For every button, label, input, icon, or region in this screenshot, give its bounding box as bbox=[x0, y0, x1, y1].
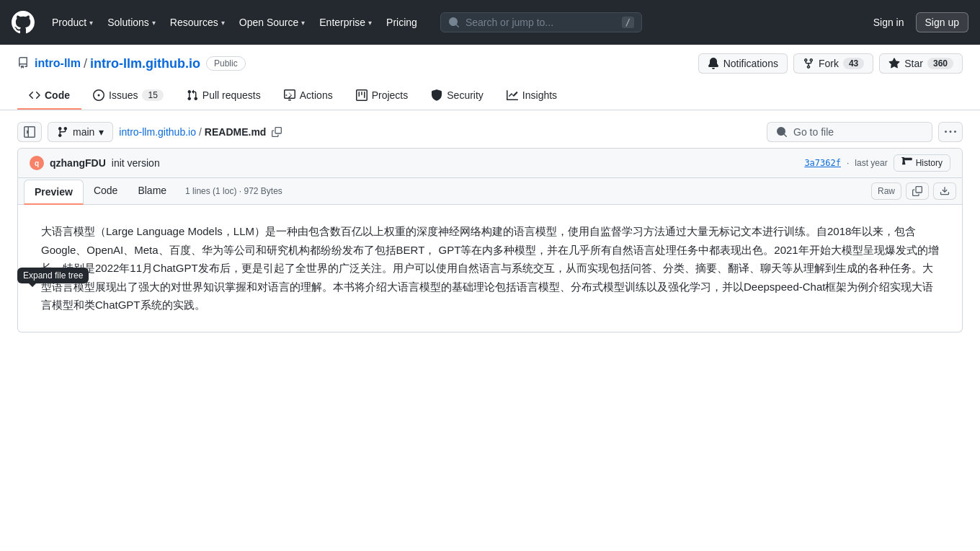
nav-solutions[interactable]: Solutions ▾ bbox=[102, 12, 161, 32]
repo-actions: Notifications Fork 43 Star 360 bbox=[698, 53, 963, 74]
copy-icon bbox=[272, 127, 282, 137]
more-options-button[interactable] bbox=[938, 122, 963, 142]
signup-button[interactable]: Sign up bbox=[916, 12, 968, 32]
fork-button[interactable]: Fork 43 bbox=[793, 53, 873, 74]
tab-code[interactable]: Code bbox=[17, 82, 81, 110]
commit-hash-link[interactable]: 3a7362f bbox=[804, 158, 841, 168]
star-button[interactable]: Star 360 bbox=[879, 53, 963, 74]
search-goto-icon bbox=[776, 126, 788, 138]
tab-security-label: Security bbox=[447, 89, 484, 101]
file-breadcrumb: intro-llm.github.io / README.md bbox=[119, 125, 285, 138]
branch-name: main bbox=[73, 126, 94, 138]
repo-icon bbox=[17, 57, 29, 71]
history-label: History bbox=[916, 158, 943, 168]
file-content-wrapper: Preview Code Blame 1 lines (1 loc) · 972… bbox=[17, 178, 963, 332]
tab-actions[interactable]: Actions bbox=[272, 82, 344, 110]
repo-sep: / bbox=[84, 56, 87, 71]
tab-actions-label: Actions bbox=[300, 89, 333, 101]
nav-items: Product ▾ Solutions ▾ Resources ▾ Open S… bbox=[46, 12, 423, 32]
file-tabs-bar: Preview Code Blame 1 lines (1 loc) · 972… bbox=[18, 178, 962, 205]
goto-file-search bbox=[767, 122, 932, 142]
breadcrumb-sep: / bbox=[199, 126, 202, 138]
enterprise-chevron-icon: ▾ bbox=[368, 19, 372, 27]
download-icon bbox=[940, 186, 950, 196]
issue-icon bbox=[93, 89, 104, 101]
fork-icon bbox=[803, 58, 814, 69]
tab-pr-label: Pull requests bbox=[202, 89, 261, 101]
copy-path-button[interactable] bbox=[269, 125, 285, 138]
tab-code-label: Code bbox=[45, 89, 70, 101]
nav-pricing[interactable]: Pricing bbox=[380, 12, 423, 32]
file-info: 1 lines (1 loc) · 972 Bytes bbox=[177, 186, 291, 196]
search-input[interactable] bbox=[466, 17, 616, 28]
repo-owner-link[interactable]: intro-llm bbox=[35, 57, 81, 70]
tab-projects[interactable]: Projects bbox=[344, 82, 420, 110]
resources-chevron-icon: ▾ bbox=[221, 19, 225, 27]
history-button[interactable]: History bbox=[894, 154, 950, 172]
actions-icon bbox=[284, 89, 295, 101]
commit-author[interactable]: qzhangFDU bbox=[50, 157, 106, 169]
search-icon bbox=[448, 17, 460, 28]
bell-icon bbox=[708, 58, 719, 69]
copy-raw-icon bbox=[912, 186, 922, 196]
breadcrumb-file: README.md bbox=[205, 126, 267, 138]
tab-issues[interactable]: Issues 15 bbox=[81, 82, 175, 110]
goto-file-input[interactable] bbox=[793, 126, 923, 138]
product-chevron-icon: ▾ bbox=[89, 19, 93, 27]
nav-enterprise[interactable]: Enterprise ▾ bbox=[313, 12, 378, 32]
repo-header: intro-llm / intro-llm.github.io Public N… bbox=[0, 45, 980, 110]
tab-security[interactable]: Security bbox=[419, 82, 495, 110]
file-tab-blame[interactable]: Blame bbox=[128, 179, 177, 203]
opensource-chevron-icon: ▾ bbox=[301, 19, 305, 27]
download-button[interactable] bbox=[933, 182, 956, 200]
projects-icon bbox=[356, 89, 368, 101]
file-tab-preview[interactable]: Preview bbox=[24, 180, 84, 205]
tab-pullrequests[interactable]: Pull requests bbox=[175, 82, 272, 110]
star-icon bbox=[888, 58, 900, 69]
breadcrumb: intro-llm / intro-llm.github.io bbox=[35, 56, 200, 71]
file-actions: Raw bbox=[871, 178, 956, 204]
file-content-text: 大语言模型（Large Language Models，LLM）是一种由包含数百… bbox=[41, 222, 939, 314]
tab-insights[interactable]: Insights bbox=[495, 82, 569, 110]
commit-right: 3a7362f · last year History bbox=[804, 154, 950, 172]
notifications-button[interactable]: Notifications bbox=[698, 53, 788, 74]
more-icon bbox=[945, 126, 956, 138]
avatar: q bbox=[30, 156, 44, 170]
repo-tabs: Code Issues 15 Pull requests Actions bbox=[17, 82, 963, 110]
nav-product[interactable]: Product ▾ bbox=[46, 12, 99, 32]
breadcrumb-repo-link[interactable]: intro-llm.github.io bbox=[119, 126, 196, 138]
nav-resources[interactable]: Resources ▾ bbox=[164, 12, 231, 32]
star-count: 360 bbox=[927, 58, 953, 69]
file-tab-code[interactable]: Code bbox=[84, 179, 128, 203]
tab-projects-label: Projects bbox=[372, 89, 409, 101]
commit-dot: · bbox=[847, 158, 849, 168]
search-kbd: / bbox=[622, 17, 634, 28]
issues-badge: 15 bbox=[142, 89, 163, 101]
copy-raw-button[interactable] bbox=[906, 182, 929, 200]
notifications-label: Notifications bbox=[723, 58, 778, 69]
star-label: Star bbox=[904, 58, 923, 69]
repo-name-link[interactable]: intro-llm.github.io bbox=[90, 56, 200, 71]
raw-button[interactable]: Raw bbox=[871, 182, 901, 200]
github-logo[interactable] bbox=[12, 11, 35, 34]
fork-count: 43 bbox=[843, 58, 864, 69]
nav-opensource[interactable]: Open Source ▾ bbox=[233, 12, 311, 32]
insights-icon bbox=[507, 89, 518, 101]
file-area: Expand file tree main ▾ intro-llm.github… bbox=[0, 110, 980, 344]
commit-time: last year bbox=[855, 158, 887, 168]
signin-button[interactable]: Sign in bbox=[868, 13, 910, 32]
repo-meta: intro-llm / intro-llm.github.io Public N… bbox=[17, 53, 963, 82]
history-icon bbox=[901, 157, 913, 169]
auth-buttons: Sign in Sign up bbox=[868, 12, 968, 32]
solutions-chevron-icon: ▾ bbox=[152, 19, 156, 27]
branch-chevron-icon: ▾ bbox=[99, 126, 104, 138]
branch-icon bbox=[57, 126, 68, 138]
branch-selector[interactable]: main ▾ bbox=[48, 122, 113, 142]
top-navigation: Product ▾ Solutions ▾ Resources ▾ Open S… bbox=[0, 0, 980, 45]
sidebar-toggle-button[interactable] bbox=[17, 122, 42, 142]
security-icon bbox=[431, 89, 442, 101]
file-view-tabs: Preview Code Blame 1 lines (1 loc) · 972… bbox=[24, 179, 291, 204]
fork-label: Fork bbox=[819, 58, 839, 69]
tab-insights-label: Insights bbox=[522, 89, 557, 101]
commit-row: q qzhangFDU init version 3a7362f · last … bbox=[17, 148, 963, 178]
